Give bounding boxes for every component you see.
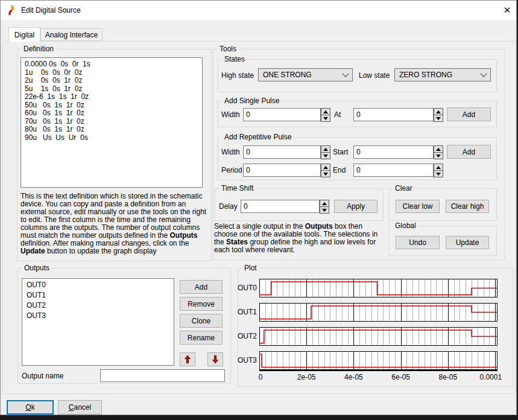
window-title: Edit Digital Source [21, 6, 81, 14]
repetitive-width-input[interactable] [243, 145, 321, 159]
spin-down-icon[interactable] [434, 115, 443, 122]
output-list-item-OUT2[interactable]: OUT2 [22, 301, 174, 311]
outputs-group-label: Outputs [22, 264, 52, 272]
cancel-button[interactable]: Cancel [58, 400, 102, 415]
output-clone-button[interactable]: Clone [180, 314, 223, 328]
bold-text: States [226, 238, 248, 246]
undo-button[interactable]: Undo [396, 236, 440, 249]
tab-digital[interactable]: Digital [8, 27, 40, 42]
x-tick-label-8e-05: 8e-05 [439, 373, 458, 381]
repetitive-width-label: Width [221, 148, 240, 156]
single-pulse-at-label: At [334, 110, 341, 119]
x-tick-label-4e-05: 4e-05 [344, 373, 363, 381]
delay-label: Delay [219, 202, 238, 211]
output-add-button[interactable]: Add [180, 280, 223, 294]
definition-textarea[interactable]: 0.0000 0s 0s 0r 1s 1u 0s 0s 0r 0z 2u 0s … [21, 57, 203, 188]
spin-down-icon[interactable] [434, 170, 443, 177]
x-tick-label-2e-05: 2e-05 [297, 373, 316, 381]
chevron-down-icon [480, 70, 487, 77]
tab-analog-interface[interactable]: Analog Interface [40, 28, 103, 41]
outputs-listbox[interactable]: OUT0OUT1OUT2OUT3 [22, 278, 174, 366]
move-up-button[interactable] [180, 352, 195, 366]
text: button to update the graph display [45, 247, 157, 255]
plot-strip-label-OUT0: OUT0 [236, 279, 257, 298]
repetitive-end-spinner[interactable] [434, 164, 443, 177]
repetitive-start-spinner[interactable] [434, 145, 443, 159]
single-pulse-width-label: Width [221, 110, 240, 119]
output-name-label: Output name [22, 372, 63, 380]
repetitive-period-spinner[interactable] [321, 164, 330, 177]
repetitive-add-button[interactable]: Add [447, 145, 491, 159]
close-icon[interactable]: ✕ [499, 2, 516, 18]
tab-analog-interface-label: Analog Interface [45, 31, 98, 39]
output-name-input[interactable] [100, 369, 225, 382]
high-state-value: ONE STRONG [263, 71, 312, 79]
repetitive-start-input[interactable] [353, 145, 434, 159]
single-pulse-width-spinner[interactable] [321, 108, 330, 121]
clear-high-button[interactable]: Clear high [446, 200, 489, 213]
low-state-label: Low state [359, 71, 390, 80]
text: definition. After making manual changes,… [21, 239, 189, 247]
single-pulse-at-input[interactable] [353, 108, 434, 121]
add-repetitive-pulse-group-label: Add Repetitive Pulse [222, 133, 294, 141]
repetitive-end-input[interactable] [353, 164, 434, 177]
repetitive-start-label: Start [333, 148, 348, 156]
definition-group-label: Definition [21, 45, 56, 53]
delay-input[interactable] [241, 200, 320, 213]
repetitive-width-spinner[interactable] [321, 145, 330, 159]
plot-strip-label-OUT3: OUT3 [236, 351, 257, 370]
single-pulse-width-input[interactable] [243, 108, 321, 121]
spin-down-icon[interactable] [321, 170, 330, 177]
add-single-pulse-group-label: Add Single Pulse [222, 97, 282, 105]
output-list-item-OUT1[interactable]: OUT1 [22, 290, 174, 301]
plot-group-label: Plot [242, 264, 259, 272]
ok-button[interactable]: Ok [7, 400, 54, 415]
repetitive-period-input[interactable] [243, 164, 321, 177]
spin-down-icon[interactable] [321, 115, 330, 122]
output-remove-button[interactable]: Remove [180, 297, 223, 311]
tools-group-label: Tools [217, 45, 239, 53]
time-shift-group-label: Time Shift [219, 184, 256, 192]
red-up-arrow-icon [184, 355, 191, 364]
spin-down-icon[interactable] [320, 206, 329, 214]
plot-strip-OUT0 [259, 279, 497, 298]
bold-text: Outputs [305, 222, 333, 231]
delay-spinner[interactable] [320, 200, 329, 213]
plot-x-axis [259, 369, 497, 371]
output-rename-button[interactable]: Rename [180, 331, 223, 345]
move-down-button[interactable] [207, 352, 223, 366]
x-tick-label-0: 0 [259, 373, 263, 381]
x-tick-label-0.0001: 0.0001 [479, 373, 502, 381]
single-pulse-add-button[interactable]: Add [447, 107, 491, 121]
low-state-select[interactable]: ZERO STRONG [394, 68, 491, 81]
text: Select a single output in the [214, 222, 305, 231]
global-group-label: Global [393, 221, 419, 230]
high-state-select[interactable]: ONE STRONG [258, 68, 353, 81]
repetitive-end-label: End [333, 166, 346, 174]
plot-strip-OUT1 [259, 303, 497, 322]
red-down-arrow-icon [212, 355, 219, 364]
high-state-label: High state [221, 71, 254, 80]
low-state-value: ZERO STRONG [399, 71, 452, 79]
update-button[interactable]: Update [446, 236, 489, 249]
clear-group-label: Clear [393, 184, 415, 192]
apply-button[interactable]: Apply [334, 200, 377, 213]
states-group-label: States [222, 55, 247, 63]
plot-strip-label-OUT1: OUT1 [236, 303, 257, 322]
chevron-down-icon [342, 70, 349, 77]
output-list-item-OUT0[interactable]: OUT0 [22, 280, 174, 290]
spin-down-icon[interactable] [321, 152, 330, 159]
title-bar: Edit Digital Source ✕ [1, 1, 516, 20]
plot-strip-OUT2 [259, 327, 497, 346]
plot-strip-label-OUT2: OUT2 [236, 327, 257, 346]
bold-text: Outputs [169, 231, 197, 240]
tools-help-text: Select a single output in the Outputs bo… [214, 223, 388, 254]
definition-help-text: This is the text definition which is sto… [21, 192, 210, 255]
single-pulse-at-spinner[interactable] [434, 108, 443, 121]
clear-low-button[interactable]: Clear low [396, 200, 440, 213]
tab-digital-label: Digital [14, 31, 34, 39]
desktop-background-strip [0, 416, 518, 420]
bold-text: Update [21, 247, 45, 255]
spin-down-icon[interactable] [434, 152, 443, 159]
output-list-item-OUT3[interactable]: OUT3 [22, 311, 174, 321]
